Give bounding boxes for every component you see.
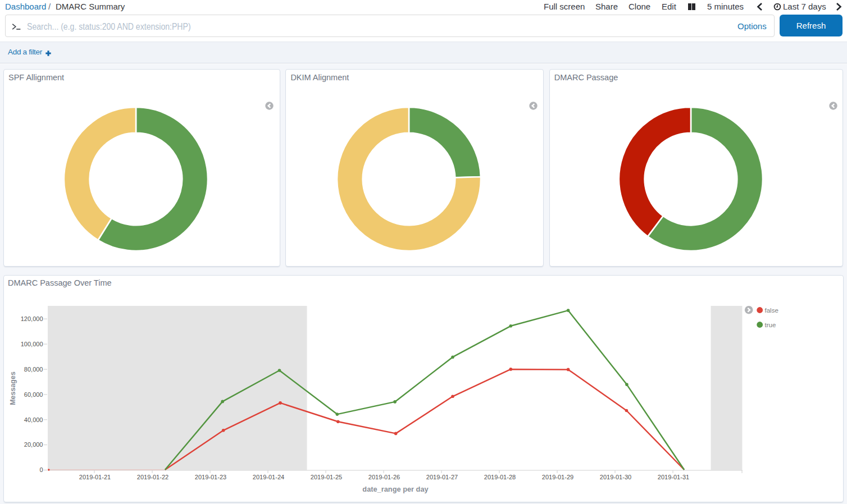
svg-text:2019-01-31: 2019-01-31 xyxy=(658,474,689,480)
svg-text:2019-01-24: 2019-01-24 xyxy=(253,474,284,480)
svg-text:2019-01-26: 2019-01-26 xyxy=(368,474,400,480)
svg-text:120,000: 120,000 xyxy=(21,315,43,322)
svg-text:2019-01-22: 2019-01-22 xyxy=(137,474,169,480)
svg-text:0: 0 xyxy=(39,466,43,473)
svg-text:2019-01-29: 2019-01-29 xyxy=(542,474,573,480)
svg-text:80,000: 80,000 xyxy=(24,366,43,373)
svg-text:40,000: 40,000 xyxy=(24,416,43,423)
svg-text:100,000: 100,000 xyxy=(21,341,43,347)
svg-text:2019-01-23: 2019-01-23 xyxy=(195,474,226,480)
svg-text:2019-01-25: 2019-01-25 xyxy=(311,474,342,480)
svg-text:date_range per day: date_range per day xyxy=(362,485,429,493)
svg-text:2019-01-28: 2019-01-28 xyxy=(484,474,516,480)
svg-text:2019-01-30: 2019-01-30 xyxy=(600,474,631,480)
svg-text:Messages: Messages xyxy=(9,372,17,405)
svg-text:20,000: 20,000 xyxy=(24,441,43,448)
svg-text:2019-01-27: 2019-01-27 xyxy=(426,474,458,480)
svg-text:60,000: 60,000 xyxy=(24,391,43,398)
svg-text:2019-01-21: 2019-01-21 xyxy=(79,474,111,480)
svg-text:false: false xyxy=(765,307,778,314)
svg-text:true: true xyxy=(765,322,776,328)
